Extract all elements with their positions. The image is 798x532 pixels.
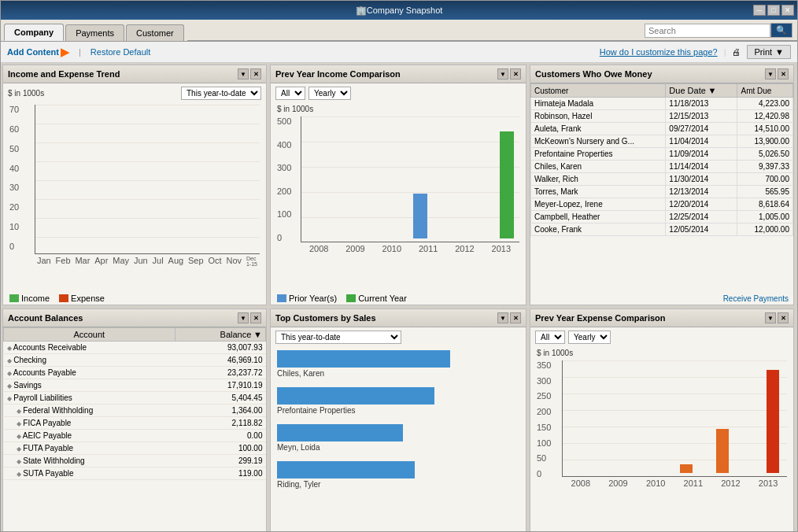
account-row[interactable]: ◆ Payroll Liabilities5,404.45	[4, 392, 266, 405]
income-expense-title: Income and Expense Trend	[8, 69, 120, 79]
top-customers-panel: Top Customers by Sales ▼ ✕ This year-to-…	[270, 308, 526, 531]
prev-income-close[interactable]: ✕	[510, 68, 521, 79]
customers-table: Customer Due Date ▼ Amt Due Himateja Mad…	[530, 83, 793, 293]
top-customers-header: Top Customers by Sales ▼ ✕	[271, 309, 526, 327]
tab-customer[interactable]: Customer	[126, 24, 184, 41]
restore-button[interactable]: □	[767, 5, 780, 16]
prev-expense-chart: 350300250200150100500	[530, 359, 793, 531]
account-row[interactable]: ◆ Savings17,910.19	[4, 379, 266, 392]
search-input[interactable]	[645, 24, 770, 38]
tab-company[interactable]: Company	[4, 24, 64, 41]
accounts-collapse[interactable]: ▼	[238, 312, 249, 323]
customer-row[interactable]: Torres, Mark12/13/2014565.95	[531, 186, 793, 198]
customer-row[interactable]: Prefontaine Properties11/09/20145,026.50	[531, 148, 793, 161]
customer-amt-due: 5,026.50	[737, 148, 793, 161]
account-row[interactable]: ◆ SUTA Payable119.00	[4, 467, 266, 480]
customers-collapse[interactable]: ▼	[765, 68, 776, 79]
print-button[interactable]: Print ▼	[747, 45, 791, 59]
customer-row[interactable]: Cooke, Frank12/05/201412,000.00	[531, 224, 793, 236]
customer-row[interactable]: Chiles, Karen11/14/20149,397.33	[531, 161, 793, 173]
customers-close[interactable]: ✕	[778, 68, 789, 79]
prev-expense-filter1[interactable]: All	[535, 331, 565, 344]
customer-row[interactable]: Walker, Rich11/30/2014700.00	[531, 173, 793, 186]
income-panel-close[interactable]: ✕	[250, 68, 261, 79]
receive-payments-link[interactable]: Receive Payments	[530, 293, 793, 305]
top-customers-collapse[interactable]: ▼	[497, 312, 508, 323]
toolbar-left: Add Content ▶ | Restore Default	[7, 46, 150, 58]
accounts-panel: Account Balances ▼ ✕ Account Balance ▼ ◆…	[2, 308, 267, 531]
account-row[interactable]: ◆ FUTA Payable100.00	[4, 442, 266, 455]
account-balance: 93,007.93	[175, 342, 265, 354]
account-row[interactable]: ◆ State Withholding299.19	[4, 455, 266, 467]
add-content-button[interactable]: Add Content ▶	[7, 46, 69, 58]
search-button[interactable]: 🔍	[770, 23, 792, 38]
accounts-col-account[interactable]: Account	[4, 328, 175, 342]
top-customers-select[interactable]: This year-to-date	[275, 331, 401, 344]
prev-income-ylabel: $ in 1000s	[271, 103, 526, 115]
prev-income-chart: 5004003002001000	[271, 115, 526, 292]
account-row[interactable]: ◆ FICA Payable2,118.82	[4, 417, 266, 430]
prev-expense-collapse[interactable]: ▼	[765, 312, 776, 323]
income-legend: Income Expense	[3, 292, 266, 305]
customer-row[interactable]: Meyer-Lopez, Irene12/20/20148,618.64	[531, 198, 793, 211]
customer-amt-due: 8,618.64	[737, 198, 793, 211]
legend-prior-year: Prior Year(s)	[289, 294, 337, 303]
account-row[interactable]: ◆ Checking46,969.10	[4, 354, 266, 367]
accounts-close[interactable]: ✕	[250, 312, 261, 323]
account-row[interactable]: ◆ Accounts Payable23,237.72	[4, 367, 266, 379]
print-label: Print	[754, 47, 772, 57]
prev-income-filter2[interactable]: Yearly	[308, 87, 351, 100]
account-row[interactable]: ◆ Accounts Receivable93,007.93	[4, 342, 266, 354]
income-period-select[interactable]: This year-to-date	[181, 87, 261, 100]
customer-row[interactable]: Robinson, Hazel12/15/201312,420.98	[531, 110, 793, 123]
accounts-controls: ▼ ✕	[238, 312, 261, 323]
top-customers-close[interactable]: ✕	[510, 312, 521, 323]
top-customer-name: Meyn, Loida	[277, 443, 519, 452]
customer-row[interactable]: Campbell, Heather12/25/20141,005.00	[531, 211, 793, 224]
customer-amt-due: 12,420.98	[737, 110, 793, 123]
customer-row[interactable]: McKeown's Nursery and G...11/04/201413,9…	[531, 135, 793, 148]
minimize-button[interactable]: ─	[753, 5, 766, 16]
balance-sort-icon: ▼	[253, 330, 262, 339]
income-bar-chart: 706050403020100	[3, 103, 266, 292]
customers-col-amt-due[interactable]: Amt Due	[737, 84, 793, 98]
account-name: ◆ FUTA Payable	[4, 442, 175, 455]
customers-col-due-date[interactable]: Due Date ▼	[666, 84, 737, 98]
customer-amt-due: 4,223.00	[737, 98, 793, 110]
income-chart-toolbar: $ in 1000s This year-to-date	[3, 83, 266, 103]
prev-income-header: Prev Year Income Comparison ▼ ✕	[271, 65, 526, 83]
close-button[interactable]: ✕	[781, 5, 794, 16]
account-name: ◆ FICA Payable	[4, 417, 175, 430]
restore-default-link[interactable]: Restore Default	[91, 47, 150, 57]
prev-expense-close[interactable]: ✕	[778, 312, 789, 323]
customer-amt-due: 1,005.00	[737, 211, 793, 224]
customer-name: Himateja Madala	[531, 98, 666, 110]
customers-col-customer[interactable]: Customer	[531, 84, 666, 98]
how-to-link[interactable]: How do I customize this page?	[600, 47, 718, 57]
accounts-col-balance[interactable]: Balance ▼	[175, 328, 265, 342]
account-name: ◆ Accounts Receivable	[4, 342, 175, 354]
top-customer-bar-row: Prefontaine Properties	[277, 387, 519, 415]
account-balance: 5,404.45	[175, 392, 265, 405]
customer-row[interactable]: Auleta, Frank09/27/201414,510.00	[531, 123, 793, 135]
top-customer-name: Prefontaine Properties	[277, 406, 519, 415]
account-balance: 0.00	[175, 430, 265, 442]
customer-name: Campbell, Heather	[531, 211, 666, 224]
account-row[interactable]: ◆ Federal Withholding1,364.00	[4, 405, 266, 417]
customer-row[interactable]: Himateja Madala11/18/20134,223.00	[531, 98, 793, 110]
prev-expense-panel: Prev Year Expense Comparison ▼ ✕ All Yea…	[530, 308, 794, 531]
account-balance: 299.19	[175, 455, 265, 467]
top-customer-bar-row: Riding, Tyler	[277, 461, 519, 489]
customer-name: Meyer-Lopez, Irene	[531, 198, 666, 211]
prev-income-controls: ▼ ✕	[497, 68, 521, 79]
income-panel-collapse[interactable]: ▼	[238, 68, 249, 79]
account-row[interactable]: ◆ AEIC Payable0.00	[4, 430, 266, 442]
prev-income-collapse[interactable]: ▼	[497, 68, 508, 79]
customer-due-date: 12/25/2014	[666, 211, 737, 224]
account-balance: 23,237.72	[175, 367, 265, 379]
prev-expense-filter2[interactable]: Yearly	[568, 331, 611, 344]
prev-expense-ylabel: $ in 1000s	[530, 347, 793, 359]
main-window: 🏢 Company Snapshot ─ □ ✕ Company Payment…	[0, 0, 798, 532]
prev-income-filter1[interactable]: All	[275, 87, 305, 100]
tab-payments[interactable]: Payments	[65, 24, 124, 41]
